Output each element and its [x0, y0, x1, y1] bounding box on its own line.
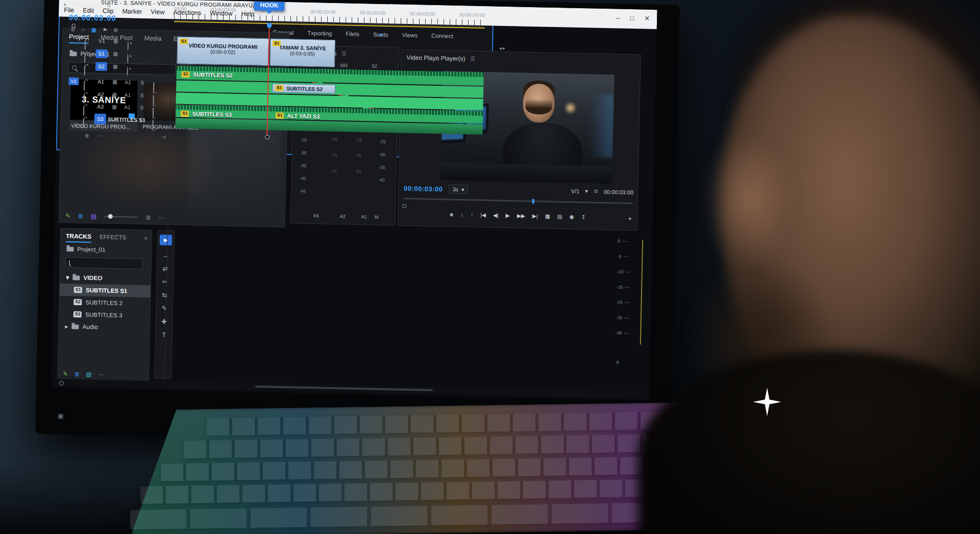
close-button[interactable]: ✕	[644, 15, 650, 22]
player-scrubber[interactable]	[404, 198, 633, 204]
track-chip-v1[interactable]: V1	[96, 37, 108, 45]
panel-menu-icon[interactable]: ☰	[107, 3, 111, 8]
transport-button[interactable]: ▶	[506, 212, 510, 218]
lock-icon[interactable]	[83, 118, 84, 128]
level-value: -25	[616, 315, 623, 320]
snap-toggle-icon[interactable]: ⊘	[70, 26, 75, 32]
link-selection-icon[interactable]: ▦	[91, 27, 96, 33]
edit-icon[interactable]: ✎	[65, 212, 70, 219]
overflow-chevron-icon[interactable]: »	[144, 234, 148, 241]
transport-button[interactable]: ▶|	[532, 213, 538, 219]
maximize-button[interactable]: □	[630, 14, 634, 22]
tool-button[interactable]: ↔	[162, 252, 169, 259]
timeline-scrollbar[interactable]	[54, 379, 646, 398]
scale-value: -40	[293, 172, 306, 185]
more-icon[interactable]: ⋯	[158, 214, 164, 221]
track-chip-s2[interactable]: S2	[95, 62, 107, 71]
tri-right-icon: ▸	[65, 323, 68, 330]
transport-button[interactable]: ◉	[569, 214, 574, 220]
track-header-s2[interactable]: S2 ▦	[58, 60, 171, 74]
nav-arrows-icon[interactable]: ◂▸	[499, 45, 506, 51]
video-clip-2[interactable]: S1 TAMAM 3. SANİYE (0:03-0:05)	[270, 38, 335, 67]
track-header-s1[interactable]: S1 ▦	[58, 47, 171, 62]
loop-indicator-icon[interactable]	[402, 204, 406, 208]
transport-button[interactable]: ↥	[581, 214, 586, 220]
toolbar-icon[interactable]: ⋯	[98, 371, 104, 378]
duration-value: 3s	[453, 186, 458, 192]
track-header-a1[interactable]: V1 A1 ▦ A1 S	[57, 75, 170, 90]
transport-button[interactable]: ◀|	[493, 212, 499, 218]
clip-view-icon[interactable]: ▤	[91, 213, 97, 220]
tracks-search-input[interactable]	[73, 260, 145, 267]
transport-button[interactable]: ↓	[460, 211, 463, 217]
timeline-settings-icon[interactable]: ⚙	[113, 27, 118, 33]
solo-label[interactable]: S	[140, 92, 144, 98]
minimize-button[interactable]: –	[616, 14, 620, 21]
magnet-icon[interactable]: ∩	[81, 27, 85, 33]
menu-item[interactable]: View	[151, 8, 164, 16]
workspace-tab[interactable]: Txporting	[307, 30, 332, 37]
track-header-v1[interactable]: V1 ▦	[58, 34, 172, 49]
solo-label[interactable]: S	[140, 105, 143, 110]
tracks-search[interactable]	[65, 257, 143, 269]
track-chip-a1[interactable]: A1	[95, 78, 107, 86]
tab-effects[interactable]: EFFECTS	[100, 234, 127, 242]
thumbnail-size-slider[interactable]	[104, 216, 138, 218]
tracks-toolbar: ✎≣▤⋯	[63, 370, 104, 378]
marker-flag-icon[interactable]: ⚑	[103, 27, 108, 33]
menu-item[interactable]: Marker	[122, 8, 142, 15]
transport-button[interactable]: ▦	[545, 213, 550, 219]
tree-item-subtitle[interactable]: S2 SUBTITLES 2	[59, 296, 150, 310]
toolbar-icon[interactable]: ≣	[75, 370, 80, 377]
solo-label[interactable]: S	[140, 80, 144, 85]
toolbar-icon[interactable]: ✎	[63, 370, 68, 377]
meter-bottom-label: A2	[340, 214, 346, 219]
film-icon[interactable]: ▦	[112, 80, 117, 85]
transport-button[interactable]: ▶▶	[517, 212, 525, 218]
source-patch-badge[interactable]: V1	[68, 78, 79, 85]
list-icon[interactable]: ≣	[145, 214, 151, 221]
transport-button[interactable]: ▤	[557, 213, 562, 219]
transport-button[interactable]: ◈	[449, 211, 453, 217]
workspace-tab[interactable]: Filels	[346, 31, 359, 37]
scale-value: -25	[352, 148, 362, 164]
duration-dropdown[interactable]: 3s ▾	[449, 185, 469, 194]
chevron-down-icon[interactable]: ▾	[585, 188, 588, 194]
settings-wrench-icon[interactable]: ⚙	[594, 189, 598, 194]
track-chip-a2[interactable]: A2	[95, 90, 107, 99]
lock-icon[interactable]	[84, 66, 85, 75]
subtitle-clip[interactable]: S1 SUBTITLES S2	[272, 83, 335, 94]
transport-button[interactable]: |◀	[480, 212, 486, 218]
film-icon[interactable]: ▦	[112, 92, 117, 97]
end-bracket-icon[interactable]: ⊣	[161, 134, 166, 140]
subtitle-track-list: S1 SUBTITLES S1 S2 SUBTITLES 2 S3 SUBTIT…	[59, 284, 151, 322]
tree-group-audio[interactable]: ▸ Audio	[59, 320, 150, 335]
list-view-icon[interactable]: ≣	[78, 212, 83, 219]
track-chip-a3[interactable]: A3	[94, 103, 106, 111]
film-icon[interactable]: ▦	[113, 52, 118, 57]
tab-tracks[interactable]: TRACKS	[66, 233, 91, 243]
hook-marker[interactable]: HOOK	[254, 0, 284, 11]
track-chip-s1[interactable]: S1	[95, 49, 107, 58]
transport-button[interactable]: ↑	[471, 212, 474, 218]
list-icon[interactable]: ≣	[85, 133, 89, 138]
tracks-folder-row[interactable]: Project_01	[66, 246, 105, 253]
more-icon[interactable]: ⋯	[98, 133, 103, 139]
source-dropdown[interactable]: V/1	[571, 188, 580, 194]
mic-icon[interactable]	[152, 119, 153, 129]
toolbar-icon[interactable]: ▤	[86, 371, 91, 378]
film-icon[interactable]: ▦	[113, 64, 118, 69]
workspace-tab[interactable]: Connect	[431, 33, 453, 39]
play-button[interactable]: ▶	[160, 235, 172, 245]
add-button[interactable]: +	[628, 215, 632, 222]
meter-close-label[interactable]: X	[616, 360, 619, 365]
film-icon[interactable]: ▦	[112, 105, 117, 110]
workspace-tab[interactable]: Views	[402, 32, 418, 39]
panel-expand-icon[interactable]: ▸	[64, 2, 66, 7]
track-chip-s3[interactable]: S3	[94, 114, 106, 124]
timeline-clips-area: S1 VİDEO KURGU PROGRAMI (0:00-0:02) S1 T…	[172, 36, 484, 143]
video-clip-1[interactable]: S1 VİDEO KURGU PROGRAMI (0:00-0:02)	[177, 36, 269, 66]
track-header-s3[interactable]: S3 SUBTITLES S1	[57, 112, 170, 127]
scrubber-position-marker[interactable]	[532, 199, 534, 204]
film-icon[interactable]: ▦	[113, 39, 118, 44]
